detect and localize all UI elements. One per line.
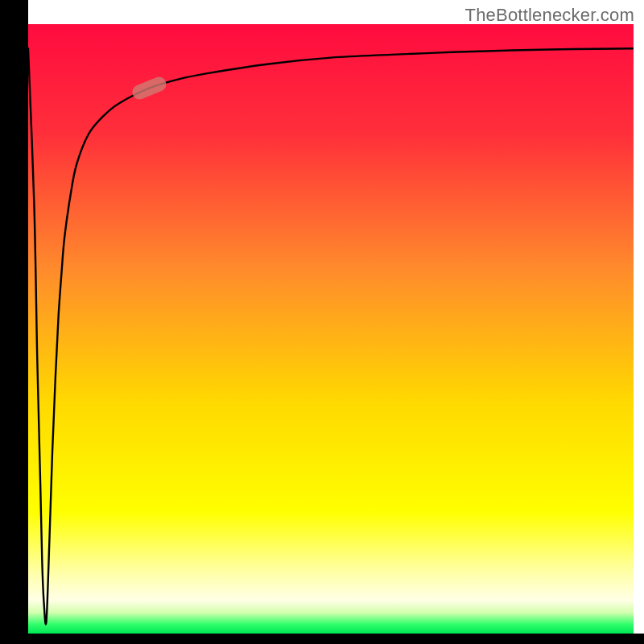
plot-background bbox=[28, 24, 634, 634]
chart-stage: TheBottlenecker.com bbox=[0, 0, 644, 644]
attribution-text: TheBottlenecker.com bbox=[465, 5, 634, 26]
x-axis bbox=[0, 634, 644, 644]
y-axis bbox=[0, 0, 28, 644]
bottleneck-chart bbox=[0, 0, 644, 644]
